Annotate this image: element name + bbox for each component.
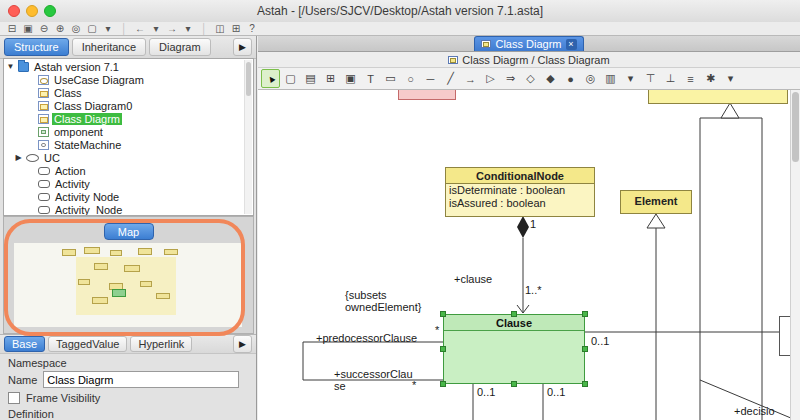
tool-glyph: ▢ <box>285 72 295 85</box>
tree-item[interactable]: Class <box>4 86 253 99</box>
tree-scrollbar-thumb[interactable] <box>246 62 251 96</box>
name-input[interactable] <box>43 371 239 388</box>
class-node-element[interactable]: Element <box>620 190 692 214</box>
tool-icon[interactable]: ╱ <box>441 69 460 88</box>
toolbar-icon[interactable]: ▣ <box>22 22 34 35</box>
class-node-conditionalnode[interactable]: ConditionalNode isDeterminate : boolean … <box>445 167 595 217</box>
tool-icon[interactable]: ≡ <box>681 69 700 88</box>
toolbar-icon[interactable]: ▾ <box>102 22 114 35</box>
toolbar-icon[interactable]: ⊟ <box>6 22 18 35</box>
map-button[interactable]: Map <box>104 223 154 240</box>
tree-item-label: Activity_Node <box>53 204 124 216</box>
tree-item[interactable]: Class Diagram0 <box>4 99 253 112</box>
disclosure-triangle-icon[interactable]: ▼ <box>6 62 15 71</box>
toolbar-icon[interactable]: ◎ <box>70 22 82 35</box>
tool-icon[interactable]: ⇒ <box>501 69 520 88</box>
tool-icon[interactable]: ○ <box>401 69 420 88</box>
toolbar-icon[interactable]: ? <box>246 22 258 35</box>
diagram-toolbar: ▲ ▢ ▤ ⊞ ▣ T <box>258 68 800 90</box>
tool-icon[interactable]: ▢ <box>281 69 300 88</box>
tool-icon[interactable]: ▷ <box>481 69 500 88</box>
tool-icon[interactable]: ◎ <box>581 69 600 88</box>
selection-handle[interactable] <box>440 346 446 352</box>
tree-item[interactable]: Activity <box>4 177 253 190</box>
selection-handle[interactable] <box>511 381 517 387</box>
selection-handle[interactable] <box>440 381 446 387</box>
class-name: Element <box>621 191 691 208</box>
toolbar-icon[interactable]: ◫ <box>214 22 226 35</box>
minimap-node <box>84 247 100 254</box>
generalization-arrow <box>647 214 665 228</box>
sidebar-tab[interactable]: Structure <box>4 38 69 56</box>
canvas-scrollbar[interactable] <box>790 90 800 420</box>
property-tab[interactable]: Hyperlink <box>130 336 192 352</box>
diagram-canvas[interactable]: ConditionalNode isDeterminate : boolean … <box>258 90 800 420</box>
toolbar-icon[interactable]: ▾ <box>150 22 162 35</box>
tool-icon[interactable]: ─ <box>421 69 440 88</box>
toolbar-icon[interactable]: ▾ <box>182 22 194 35</box>
property-tab[interactable]: Base <box>4 336 45 352</box>
tool-glyph: ▥ <box>605 72 615 85</box>
tool-icon[interactable]: ▭ <box>381 69 400 88</box>
tree-item[interactable]: Activity_Node <box>4 203 253 216</box>
sidebar-tab[interactable]: Diagram <box>149 38 211 56</box>
tree-scrollbar[interactable] <box>244 60 252 214</box>
tool-icon[interactable]: ▣ <box>341 69 360 88</box>
tree-item-icon <box>38 114 49 124</box>
tool-icon[interactable]: ▾ <box>721 69 740 88</box>
tool-icon[interactable]: ▾ <box>621 69 640 88</box>
partial-class-node-yellow[interactable] <box>648 90 788 104</box>
tool-icon[interactable]: ⊤ <box>641 69 660 88</box>
tool-icon[interactable]: ◆ <box>541 69 560 88</box>
tree-item[interactable]: ▶ UC <box>4 151 253 164</box>
toolbar-icon[interactable]: ← <box>134 22 146 35</box>
diagram-minimap[interactable] <box>14 243 242 327</box>
selection-handle[interactable] <box>511 311 517 317</box>
close-tab-button[interactable]: × <box>566 39 577 50</box>
partial-class-node-pink[interactable] <box>398 90 456 100</box>
frame-visibility-checkbox[interactable] <box>8 392 20 404</box>
tool-icon[interactable]: ◇ <box>521 69 540 88</box>
selection-handle[interactable] <box>582 381 588 387</box>
toolbar-icon[interactable]: → <box>166 22 178 35</box>
sidebar-tab[interactable]: Inheritance <box>72 38 146 56</box>
tool-icon[interactable]: ⊥ <box>661 69 680 88</box>
tool-glyph: ▾ <box>728 72 734 85</box>
tool-glyph: ✱ <box>706 72 715 85</box>
tree-item[interactable]: UseCase Diagram <box>4 73 253 86</box>
tree-item[interactable]: Activity Node <box>4 190 253 203</box>
tool-icon[interactable]: → <box>461 69 480 88</box>
selection-handle[interactable] <box>582 346 588 352</box>
tool-icon[interactable]: ▤ <box>301 69 320 88</box>
class-node-clause[interactable]: Clause <box>443 314 585 384</box>
tree-item[interactable]: StateMachine <box>4 138 253 151</box>
tree-item[interactable]: Class Diagrm <box>4 112 253 125</box>
map-panel: Map <box>3 216 254 334</box>
class-attribute: isAssured : boolean <box>446 197 594 210</box>
tool-icon[interactable]: ▥ <box>601 69 620 88</box>
toolbar-icon[interactable]: ⊕ <box>54 22 66 35</box>
selection-handle[interactable] <box>440 311 446 317</box>
document-tab[interactable]: Class Diagrm × <box>474 36 583 51</box>
tool-glyph: ○ <box>407 73 414 85</box>
tree-item-icon <box>38 206 50 214</box>
tab-overflow-button[interactable]: ▶ <box>233 38 252 56</box>
definition-label: Definition <box>8 408 248 420</box>
property-tab[interactable]: TaggedValue <box>48 336 127 352</box>
selection-handle[interactable] <box>582 311 588 317</box>
canvas-scrollbar-thumb[interactable] <box>792 92 799 162</box>
tool-icon[interactable]: T <box>361 69 380 88</box>
tool-icon[interactable]: ▲ <box>261 69 280 88</box>
tree-item[interactable]: Action <box>4 164 253 177</box>
tree-item[interactable]: ▼ Astah version 7.1 <box>4 60 253 73</box>
toolbar-icon[interactable]: ⊖ <box>38 22 50 35</box>
property-tab-overflow-button[interactable]: ▶ <box>233 335 252 353</box>
minimap-node <box>164 249 178 255</box>
tool-icon[interactable]: ● <box>561 69 580 88</box>
disclosure-triangle-icon[interactable]: ▶ <box>14 153 23 162</box>
toolbar-icon[interactable]: ▢ <box>86 22 98 35</box>
toolbar-icon[interactable]: ⊞ <box>230 22 242 35</box>
tool-icon[interactable]: ✱ <box>701 69 720 88</box>
tree-item[interactable]: omponent <box>4 125 253 138</box>
tool-icon[interactable]: ⊞ <box>321 69 340 88</box>
